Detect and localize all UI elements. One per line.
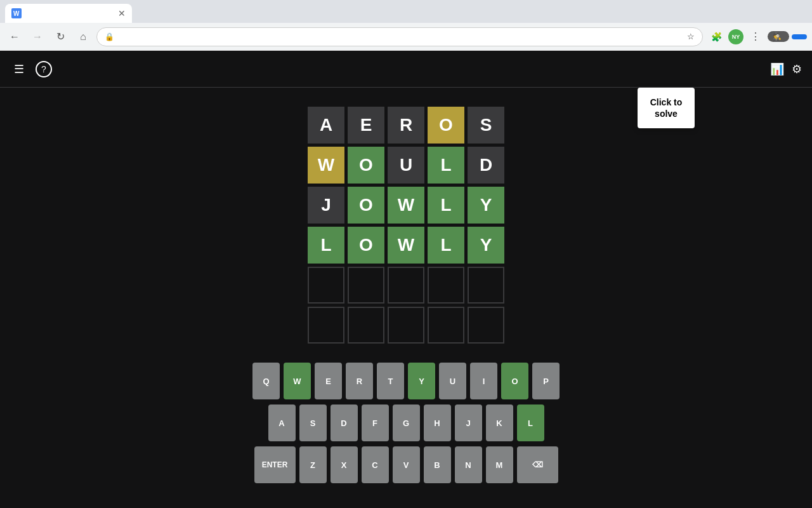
maximize-button[interactable] (784, 18, 794, 20)
minimize-button[interactable] (771, 18, 782, 20)
tab-favicon: W (11, 8, 22, 18)
tile-r5-c1 (348, 307, 384, 344)
new-tab-button[interactable] (132, 15, 142, 20)
tile-r2-c4: Y (468, 187, 504, 224)
key-z[interactable]: Z (299, 446, 327, 483)
tile-r5-c0 (308, 307, 344, 344)
settings-icon[interactable]: ⚙ (792, 62, 802, 76)
key-enter[interactable]: ENTER (254, 446, 296, 483)
window-controls (771, 18, 812, 23)
key-w[interactable]: W (284, 363, 311, 399)
keyboard: QWERTYUIOPASDFGHJKLENTERZXCVBNM⌫ (252, 363, 560, 483)
tile-r4-c4 (468, 267, 504, 304)
tile-r2-c3: L (428, 187, 464, 224)
tile-r3-c4: Y (468, 227, 504, 264)
key-b[interactable]: B (424, 446, 451, 483)
close-window-button[interactable] (797, 18, 807, 20)
svg-text:W: W (13, 10, 20, 17)
tile-r0-c4: S (468, 107, 504, 144)
key-p[interactable]: P (532, 363, 560, 399)
key-t[interactable]: T (377, 363, 404, 399)
tile-r0-c1: E (348, 107, 384, 144)
key-a[interactable]: A (268, 404, 296, 441)
tile-r0-c3: O (428, 107, 464, 144)
tile-r0-c2: R (388, 107, 424, 144)
address-bar[interactable]: 🔒 ☆ (96, 27, 703, 46)
key-r[interactable]: R (346, 363, 373, 399)
board-container: AEROSWOULDJOWLYLOWLY (308, 107, 504, 344)
key-d[interactable]: D (331, 404, 358, 441)
click-to-solve-label: Click tosolve (650, 97, 683, 119)
key-i[interactable]: I (470, 363, 497, 399)
tile-r5-c4 (468, 307, 504, 344)
key-j[interactable]: J (455, 404, 482, 441)
key-h[interactable]: H (424, 404, 451, 441)
extension-icon-1[interactable]: NY (728, 29, 743, 44)
key-e[interactable]: E (315, 363, 342, 399)
keyboard-row-2: ENTERZXCVBNM⌫ (254, 446, 558, 483)
tile-r2-c1: O (348, 187, 384, 224)
key-o[interactable]: O (501, 363, 528, 399)
tile-r1-c2: U (388, 147, 424, 184)
back-button[interactable]: ← (5, 27, 24, 46)
extensions-button[interactable]: 🧩 (707, 27, 726, 46)
tile-r1-c4: D (468, 147, 504, 184)
header-right: 📊 ⚙ (770, 62, 802, 76)
key-x[interactable]: X (331, 446, 358, 483)
lock-icon: 🔒 (105, 32, 114, 41)
header-left: ☰ ? (10, 60, 52, 78)
click-to-solve-popup[interactable]: Click tosolve (638, 88, 695, 128)
incognito-icon: 🕵 (773, 32, 782, 41)
key-y[interactable]: Y (408, 363, 435, 399)
active-tab[interactable]: W ✕ (5, 4, 132, 23)
key-v[interactable]: V (393, 446, 420, 483)
tile-r1-c1: O (348, 147, 384, 184)
game-board: AEROSWOULDJOWLYLOWLY (308, 107, 504, 344)
tab-bar: W ✕ (0, 0, 812, 23)
key-f[interactable]: F (362, 404, 389, 441)
key-q[interactable]: Q (252, 363, 280, 399)
keyboard-row-1: ASDFGHJKL (268, 404, 544, 441)
key-n[interactable]: N (455, 446, 482, 483)
tile-r2-c0: J (308, 187, 344, 224)
reload-button[interactable]: ↻ (51, 27, 70, 46)
key-l[interactable]: L (517, 404, 544, 441)
tile-r4-c1 (348, 267, 384, 304)
key-backspace[interactable]: ⌫ (517, 446, 558, 483)
browser-menu-button[interactable]: ⋮ (746, 27, 765, 46)
key-u[interactable]: U (439, 363, 466, 399)
forward-button[interactable]: → (28, 27, 47, 46)
game-header: ☰ ? 📊 ⚙ (0, 51, 812, 88)
game-container: ☰ ? 📊 ⚙ Click tosolve AEROSWOULDJOWLYLOW… (0, 51, 812, 508)
home-button[interactable]: ⌂ (74, 27, 93, 46)
menu-icon[interactable]: ☰ (10, 60, 28, 78)
browser-toolbar: ← → ↻ ⌂ 🔒 ☆ 🧩 NY ⋮ 🕵 (0, 23, 812, 51)
browser-chrome: W ✕ ← → ↻ ⌂ 🔒 ☆ 🧩 NY ⋮ 🕵 (0, 0, 812, 51)
tile-r5-c2 (388, 307, 424, 344)
toolbar-right: 🧩 NY ⋮ 🕵 (707, 27, 807, 46)
tile-r4-c0 (308, 267, 344, 304)
tile-r1-c0: W (308, 147, 344, 184)
incognito-badge: 🕵 (768, 31, 789, 42)
tile-r4-c3 (428, 267, 464, 304)
tile-r5-c3 (428, 307, 464, 344)
key-c[interactable]: C (362, 446, 389, 483)
bookmark-icon[interactable]: ☆ (687, 32, 695, 41)
key-k[interactable]: K (486, 404, 513, 441)
keyboard-row-0: QWERTYUIOP (252, 363, 560, 399)
tile-r3-c1: O (348, 227, 384, 264)
tile-r1-c3: L (428, 147, 464, 184)
tile-r4-c2 (388, 267, 424, 304)
tile-r0-c0: A (308, 107, 344, 144)
tab-close-button[interactable]: ✕ (118, 8, 126, 18)
key-s[interactable]: S (299, 404, 327, 441)
tile-r3-c0: L (308, 227, 344, 264)
stats-icon[interactable]: 📊 (770, 62, 784, 76)
tile-r3-c3: L (428, 227, 464, 264)
update-button[interactable] (792, 34, 807, 39)
key-g[interactable]: G (393, 404, 420, 441)
tile-r2-c2: W (388, 187, 424, 224)
tile-r3-c2: W (388, 227, 424, 264)
help-icon[interactable]: ? (36, 61, 52, 77)
key-m[interactable]: M (486, 446, 513, 483)
